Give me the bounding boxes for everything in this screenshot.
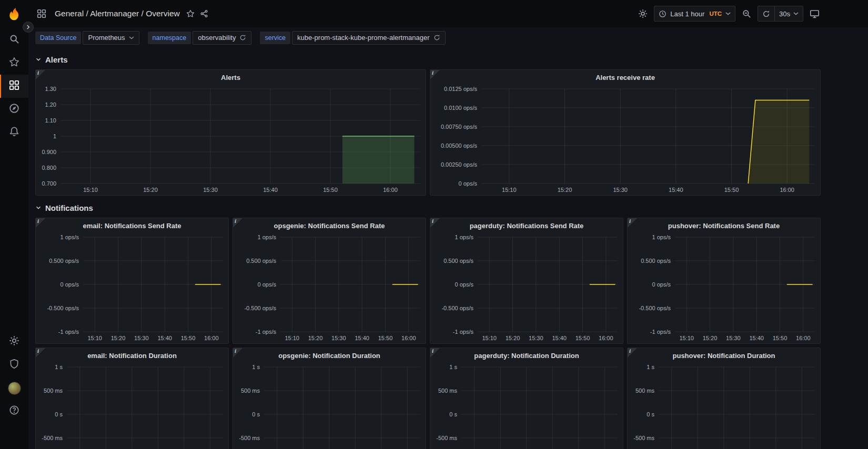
- panel-info-icon[interactable]: i: [430, 69, 440, 80]
- panel-info-icon[interactable]: i: [35, 218, 46, 228]
- refresh-icon: [433, 34, 440, 41]
- svg-text:0 ops/s: 0 ops/s: [60, 281, 79, 288]
- time-range-label: Last 1 hour: [670, 10, 704, 18]
- svg-text:0.00500 ops/s: 0.00500 ops/s: [441, 142, 478, 149]
- panel-title[interactable]: pagerduty: Notifications Send Rate: [430, 218, 623, 233]
- svg-text:0.00750 ops/s: 0.00750 ops/s: [441, 124, 478, 130]
- panel-chart[interactable]: 15:1015:2015:3015:4015:5016:001 s500 ms0…: [430, 363, 623, 449]
- svg-text:15:50: 15:50: [378, 335, 393, 341]
- panel-title[interactable]: opsgenie: Notification Duration: [233, 348, 426, 363]
- variable-value: observability: [198, 34, 236, 42]
- svg-text:15:40: 15:40: [552, 335, 567, 341]
- sidebar-item-alerting[interactable]: [0, 121, 28, 144]
- svg-text:15:30: 15:30: [529, 335, 543, 341]
- svg-text:1 s: 1 s: [449, 364, 457, 370]
- panel: i pushover: Notification Duration 15:101…: [627, 348, 821, 449]
- panel-title[interactable]: email: Notification Duration: [36, 348, 228, 363]
- variable-label: service: [260, 32, 290, 45]
- panel-info-icon[interactable]: i: [35, 69, 46, 80]
- svg-text:-1 ops/s: -1 ops/s: [58, 329, 79, 335]
- panel-chart[interactable]: 15:1015:2015:3015:4015:5016:001 s500 ms0…: [233, 363, 426, 449]
- svg-text:15:20: 15:20: [308, 335, 323, 341]
- panel-title[interactable]: Alerts: [36, 70, 426, 85]
- sidebar-expand-button[interactable]: [23, 22, 34, 33]
- panel-info-icon[interactable]: i: [233, 218, 243, 228]
- sidebar-item-dashboards[interactable]: [0, 75, 28, 98]
- panel-info-icon[interactable]: i: [627, 348, 638, 358]
- svg-text:-1 ops/s: -1 ops/s: [256, 329, 277, 335]
- svg-text:-1 ops/s: -1 ops/s: [453, 329, 474, 335]
- svg-text:1: 1: [53, 133, 56, 139]
- panel-chart[interactable]: 15:1015:2015:3015:4015:5016:000.0125 ops…: [430, 85, 820, 195]
- sidebar-item-starred[interactable]: [0, 52, 28, 75]
- dashboard-settings-gear-icon[interactable]: [638, 9, 648, 18]
- grafana-logo-icon[interactable]: [7, 6, 22, 21]
- svg-text:16:00: 16:00: [383, 187, 398, 193]
- svg-text:0.800: 0.800: [42, 165, 56, 171]
- refresh-icon: [239, 34, 246, 41]
- panel-info-icon[interactable]: i: [430, 218, 440, 228]
- variable-value-picker[interactable]: observability: [193, 31, 251, 45]
- panel-chart[interactable]: 15:1015:2015:3015:4015:5016:001 s500 ms0…: [628, 363, 820, 449]
- svg-text:0 ops/s: 0 ops/s: [455, 281, 474, 288]
- variable-datasource: Data Source Prometheus: [35, 31, 139, 45]
- svg-text:0 s: 0 s: [55, 411, 63, 417]
- sidebar-item-configuration[interactable]: [0, 330, 28, 353]
- svg-text:15:10: 15:10: [285, 335, 299, 341]
- panel-chart[interactable]: 15:1015:2015:3015:4015:5016:001 ops/s0.5…: [430, 233, 623, 343]
- panel-title[interactable]: pagerduty: Notification Duration: [430, 348, 623, 363]
- sidebar-item-profile[interactable]: [0, 376, 28, 400]
- panel-title[interactable]: Alerts receive rate: [430, 70, 820, 85]
- variable-value-picker[interactable]: Prometheus: [83, 31, 139, 45]
- svg-text:1 ops/s: 1 ops/s: [60, 234, 79, 240]
- panel-info-icon[interactable]: i: [627, 218, 638, 228]
- dashboards-grid-icon: [9, 80, 19, 93]
- section-toggle[interactable]: Notifications: [35, 201, 868, 215]
- svg-text:15:10: 15:10: [83, 187, 98, 193]
- svg-text:16:00: 16:00: [599, 335, 613, 341]
- svg-text:15:30: 15:30: [613, 187, 628, 193]
- svg-text:-0.500 ops/s: -0.500 ops/s: [441, 305, 473, 311]
- variable-value-picker[interactable]: kube-prom-stack-kube-prome-alertmanager: [292, 31, 445, 45]
- favorite-star-icon[interactable]: [186, 9, 195, 18]
- panel-chart[interactable]: 15:1015:2015:3015:4015:5016:001.301.201.…: [36, 85, 426, 195]
- svg-text:15:10: 15:10: [482, 335, 497, 341]
- sidebar-item-server-admin[interactable]: [0, 353, 28, 376]
- sidebar-item-help[interactable]: [0, 400, 28, 423]
- svg-text:15:30: 15:30: [134, 335, 149, 341]
- tv-view-icon[interactable]: [810, 9, 820, 19]
- variable-value: kube-prom-stack-kube-prome-alertmanager: [297, 34, 429, 42]
- dashboard-canvas: Alerts i Alerts 15:1015:2015:3015:4015:5…: [28, 48, 868, 449]
- panel-title[interactable]: pushover: Notifications Send Rate: [628, 218, 820, 233]
- panel-chart[interactable]: 15:1015:2015:3015:4015:5016:001 ops/s0.5…: [233, 233, 426, 343]
- svg-text:16:00: 16:00: [204, 335, 219, 341]
- svg-text:15:40: 15:40: [749, 335, 764, 341]
- variable-label: Data Source: [35, 32, 81, 45]
- time-range-picker[interactable]: Last 1 hour UTC: [654, 6, 735, 22]
- sidebar-item-explore[interactable]: [0, 98, 28, 121]
- share-icon[interactable]: [200, 9, 208, 18]
- breadcrumb[interactable]: General / Alertmanager / Overview: [55, 9, 180, 18]
- panel-title[interactable]: email: Notifications Send Rate: [36, 218, 228, 233]
- zoom-out-icon[interactable]: [742, 9, 751, 18]
- panel-chart[interactable]: 15:1015:2015:3015:4015:5016:001 s500 ms0…: [36, 363, 228, 449]
- panel-info-icon[interactable]: i: [233, 348, 243, 358]
- panel-grid: i Alerts 15:1015:2015:3015:4015:5016:001…: [35, 69, 868, 196]
- svg-text:15:40: 15:40: [669, 187, 683, 193]
- chevron-down-icon: [129, 36, 134, 39]
- svg-text:15:50: 15:50: [323, 187, 338, 193]
- sidebar-item-search[interactable]: [0, 28, 28, 52]
- svg-text:15:10: 15:10: [679, 335, 694, 341]
- panel-title[interactable]: opsgenie: Notifications Send Rate: [233, 218, 426, 233]
- variable-value: Prometheus: [88, 34, 125, 42]
- refresh-interval-picker[interactable]: 30s: [774, 6, 803, 21]
- svg-text:500 ms: 500 ms: [438, 387, 458, 394]
- panel-info-icon[interactable]: i: [35, 348, 46, 358]
- panel-info-icon[interactable]: i: [430, 348, 440, 358]
- section-toggle[interactable]: Alerts: [35, 53, 868, 66]
- panel-chart[interactable]: 15:1015:2015:3015:4015:5016:001 ops/s0.5…: [36, 233, 228, 343]
- chart-svg: 15:1015:2015:3015:4015:5016:001 ops/s0.5…: [628, 233, 820, 343]
- panel-title[interactable]: pushover: Notification Duration: [628, 348, 820, 363]
- refresh-button[interactable]: [758, 6, 774, 21]
- panel-chart[interactable]: 15:1015:2015:3015:4015:5016:001 ops/s0.5…: [628, 233, 820, 343]
